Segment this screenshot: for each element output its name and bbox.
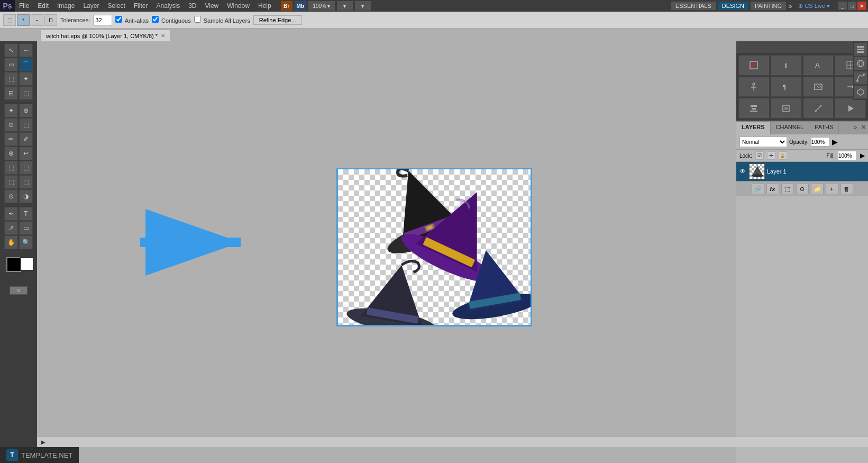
history-brush[interactable]: ↩ xyxy=(19,147,33,160)
zoom-extra2[interactable]: ▾ xyxy=(355,1,371,11)
gradient-tool[interactable]: ⬚ xyxy=(4,175,18,189)
paths-tab[interactable]: PATHS xyxy=(809,122,839,134)
zoom-tool[interactable]: 🔍 xyxy=(19,235,33,249)
navigator-panel-icon[interactable] xyxy=(738,55,770,76)
contiguous-checkbox[interactable] xyxy=(152,16,159,23)
document-tab[interactable]: witch hat.eps @ 100% (Layer 1, CMYK/8) *… xyxy=(40,30,171,41)
menu-3d[interactable]: 3D xyxy=(184,1,200,11)
crop-tool[interactable]: ⊟ xyxy=(4,86,18,100)
workspace-more[interactable]: » xyxy=(788,2,792,10)
fill-input[interactable] xyxy=(838,151,857,160)
link-layers-btn[interactable]: 🔗 xyxy=(752,184,764,194)
play-panel-icon[interactable] xyxy=(835,98,866,119)
menu-select[interactable]: Select xyxy=(103,1,129,11)
new-selection-btn[interactable]: ⬚ xyxy=(3,14,16,26)
channels-tab[interactable]: CHANNEL xyxy=(771,122,810,134)
layers-panel-close[interactable]: ✕ xyxy=(859,122,868,134)
move-tool[interactable]: ↖ xyxy=(4,43,18,57)
layer-visibility-btn[interactable]: 👁 xyxy=(738,167,747,176)
bridge-icon[interactable]: Br xyxy=(281,1,293,11)
menu-analysis[interactable]: Analysis xyxy=(152,1,184,11)
lock-position-btn[interactable]: ✛ xyxy=(767,151,775,160)
anti-alias-checkbox[interactable] xyxy=(115,16,122,23)
slice-tool[interactable]: ⬚ xyxy=(19,86,33,100)
menu-filter[interactable]: Filter xyxy=(130,1,152,11)
delete-layer-btn[interactable]: 🗑 xyxy=(840,184,853,194)
burn-tool[interactable]: ◑ xyxy=(19,189,33,203)
opacity-input[interactable] xyxy=(811,137,830,147)
menu-edit[interactable]: Edit xyxy=(33,1,53,11)
document-close-btn[interactable]: ✕ xyxy=(161,33,165,39)
close-btn[interactable]: ✕ xyxy=(857,2,866,10)
opacity-arrow[interactable]: ▶ xyxy=(832,138,838,146)
new-layer-btn[interactable]: + xyxy=(826,184,838,194)
workspace-essentials[interactable]: ESSENTIALS xyxy=(671,2,716,10)
patch-tool[interactable]: ⬚ xyxy=(19,118,33,132)
lock-pixels-btn[interactable]: ☑ xyxy=(755,151,764,160)
layers-tab[interactable]: LAYERS xyxy=(736,122,771,134)
bg-eraser[interactable]: ⬚ xyxy=(19,161,33,175)
subtract-selection-btn[interactable]: - xyxy=(31,14,43,26)
menu-view[interactable]: View xyxy=(200,1,223,11)
minibrdige-icon[interactable]: Mb xyxy=(295,1,306,11)
hand-tool[interactable]: ✋ xyxy=(4,235,18,249)
eraser-tool[interactable]: ⬚ xyxy=(4,161,18,175)
color-sample-tool[interactable]: ⊕ xyxy=(19,104,33,117)
add-mask-btn[interactable]: ⬚ xyxy=(781,184,794,194)
add-selection-btn[interactable]: + xyxy=(17,14,30,26)
minimize-btn[interactable]: _ xyxy=(838,2,847,10)
eyedropper-tool[interactable]: ✦ xyxy=(4,104,18,117)
blend-mode-select[interactable]: Normal Multiply Screen xyxy=(739,137,787,147)
foreground-color[interactable] xyxy=(6,257,21,272)
pen-tool[interactable]: ✒ xyxy=(4,207,18,221)
sample-layers-checkbox[interactable] xyxy=(194,16,201,23)
quick-mask-btn[interactable]: ⊙ xyxy=(10,286,28,295)
transform-panel-icon[interactable] xyxy=(771,98,802,119)
dodge-tool[interactable]: ⊙ xyxy=(4,189,18,203)
intersect-selection-btn[interactable]: ⊓ xyxy=(44,14,57,26)
menu-layer[interactable]: Layer xyxy=(79,1,103,11)
menu-file[interactable]: File xyxy=(15,1,33,11)
transform-icon-btn[interactable] xyxy=(854,85,867,99)
cs-live[interactable]: ⊕ CS Live ▾ xyxy=(794,3,834,10)
refine-edge-button[interactable]: Refine Edge... xyxy=(253,15,302,25)
menu-image[interactable]: Image xyxy=(53,1,79,11)
scale-panel-icon[interactable] xyxy=(803,98,834,119)
heal-tool[interactable]: ⊙ xyxy=(4,118,18,132)
layer-effects-btn[interactable]: fx xyxy=(766,184,779,194)
workspace-design[interactable]: DESIGN xyxy=(718,2,748,10)
adjustment-layer-btn[interactable]: ⊙ xyxy=(796,184,809,194)
channels-icon-btn[interactable] xyxy=(854,57,867,70)
fill-arrow[interactable]: ▶ xyxy=(860,152,865,159)
maximize-btn[interactable]: □ xyxy=(848,2,856,10)
zoom-control[interactable]: 100% ▾ xyxy=(308,1,335,11)
quick-select-tool[interactable]: ✦ xyxy=(19,72,33,86)
anchor-panel-icon[interactable] xyxy=(738,77,770,97)
lock-all-btn[interactable]: 🔒 xyxy=(779,151,787,160)
layers-icon-btn[interactable] xyxy=(854,42,867,56)
text-tool[interactable]: T xyxy=(19,207,33,221)
paths-icon-btn[interactable] xyxy=(854,71,867,85)
group-layers-btn[interactable]: 📁 xyxy=(811,184,824,194)
pencil-tool[interactable]: ✐ xyxy=(19,132,33,146)
shape-tool[interactable]: ▭ xyxy=(19,221,33,235)
menu-help[interactable]: Help xyxy=(254,1,276,11)
image-panel-icon[interactable] xyxy=(803,77,834,97)
align-panel-icon[interactable] xyxy=(738,98,770,119)
brush-tool[interactable]: ✏ xyxy=(4,132,18,146)
tolerance-input[interactable] xyxy=(93,15,112,25)
info-panel-icon[interactable]: i xyxy=(771,55,802,76)
paragraph-panel-icon[interactable]: ¶ xyxy=(771,77,802,97)
workspace-painting[interactable]: PAINTING xyxy=(751,2,786,10)
menu-window[interactable]: Window xyxy=(223,1,254,11)
background-color[interactable] xyxy=(20,257,34,271)
marquee-tool[interactable]: ▭ xyxy=(4,58,18,71)
layer-item[interactable]: 👁 Layer 1 xyxy=(736,162,868,181)
path-select[interactable]: ↗ xyxy=(4,221,18,235)
layers-panel-menu[interactable]: » xyxy=(852,122,859,134)
clone-tool[interactable]: ⊕ xyxy=(4,147,18,160)
type-panel-icon[interactable]: A xyxy=(803,55,834,76)
artboard-tool[interactable]: ↔ xyxy=(19,43,33,57)
paint-bucket[interactable]: ⬚ xyxy=(19,175,33,189)
magic-wand-tool[interactable]: ⬚ xyxy=(4,72,18,86)
